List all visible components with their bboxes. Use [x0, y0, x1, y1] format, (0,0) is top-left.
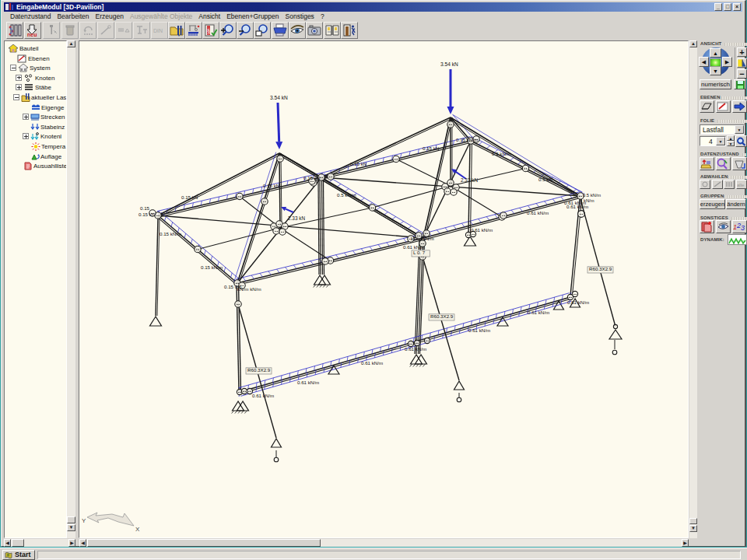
svg-text:§: §: [207, 27, 211, 35]
svg-text:0.61 kN/m: 0.61 kN/m: [527, 210, 549, 215]
svg-text:0.15 kN/m: 0.15 kN/m: [456, 137, 478, 142]
svg-text:0.61 kN/m: 0.61 kN/m: [361, 360, 383, 366]
svg-text:0.61 kN/m: 0.61 kN/m: [567, 299, 589, 305]
svg-text:0.61 kN/m: 0.61 kN/m: [252, 393, 274, 398]
svg-text:0.15 kN: 0.15 kN: [139, 212, 155, 217]
svg-text:L 0. 7: L 0. 7: [413, 250, 426, 255]
svg-text:0.15 kN: 0.15 kN: [350, 161, 366, 166]
svg-text:0.15: 0.15: [140, 205, 150, 211]
svg-text:0.61 kN/m: 0.61 kN/m: [297, 380, 319, 385]
svg-text:0.15 kN: 0.15 kN: [423, 145, 439, 151]
svg-text:alle: alle: [737, 183, 745, 187]
svg-text:3.54 kN: 3.54 kN: [440, 61, 458, 67]
svg-text:0.15 kN: 0.15 kN: [303, 175, 320, 180]
svg-text:0.61 kN/m: 0.61 kN/m: [471, 227, 493, 233]
svg-text:3.54 kN: 3.54 kN: [270, 95, 288, 100]
svg-text:0.61 kN/m: 0.61 kN/m: [566, 204, 588, 209]
svg-text:3: 3: [741, 224, 745, 232]
svg-text:0.15 kN: 0.15 kN: [181, 194, 198, 200]
svg-text:0.15 kN/m: 0.15 kN/m: [160, 231, 181, 236]
svg-text:R60.3X2.9: R60.3X2.9: [430, 313, 454, 319]
svg-text:Y: Y: [82, 517, 86, 524]
svg-text:0.15 kN: 0.15 kN: [263, 183, 279, 188]
svg-text:neu: neu: [27, 32, 37, 37]
svg-text:0.15 kN/m: 0.15 kN/m: [201, 264, 223, 270]
svg-text:0.61 kN/m: 0.61 kN/m: [403, 244, 425, 250]
svg-text:R60.3X2.9: R60.3X2.9: [589, 266, 612, 271]
svg-text:2.33 kN: 2.33 kN: [288, 215, 305, 221]
svg-text:0.5 kN/m: 0.5 kN/m: [337, 192, 356, 198]
svg-text:2.33 kN: 2.33 kN: [461, 177, 478, 183]
svg-text:0.61 kN/m: 0.61 kN/m: [405, 346, 426, 352]
svg-text:kN/m kN/m: kN/m kN/m: [411, 236, 434, 241]
svg-text:0.5 kN/m: 0.5 kN/m: [492, 151, 511, 156]
svg-text:0.5 kN: 0.5 kN: [538, 177, 552, 182]
svg-text:DIN: DIN: [153, 28, 163, 33]
svg-text:X: X: [135, 526, 140, 533]
svg-text:kN/m kN/m: kN/m kN/m: [237, 286, 261, 292]
svg-text:R60.3X2.9: R60.3X2.9: [247, 367, 271, 373]
svg-text:0.61 kN/m: 0.61 kN/m: [468, 327, 490, 333]
svg-text:kN/m: kN/m: [584, 198, 594, 203]
svg-text:0.61 kN/m: 0.61 kN/m: [528, 310, 549, 315]
svg-text:0.5 kN/m: 0.5 kN/m: [583, 193, 601, 198]
